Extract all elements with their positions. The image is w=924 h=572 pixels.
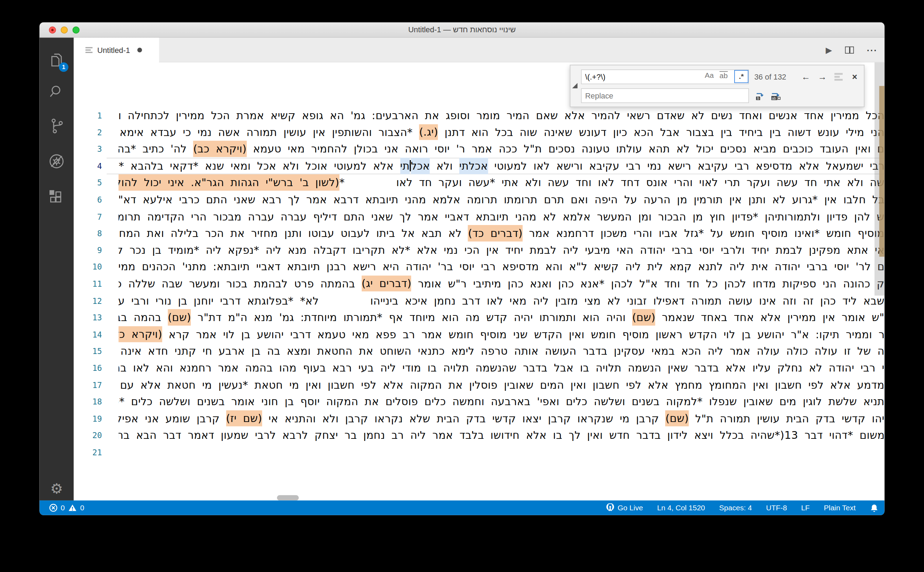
explorer-badge: 1 [59,62,69,72]
line-number: 1 [74,107,102,124]
previous-match-icon[interactable]: ← [802,69,810,84]
error-count: 0 [61,504,65,512]
find-results-count: 36 of 132 [754,69,786,84]
line-number: 3 [74,141,102,158]
broadcast-icon [606,503,615,512]
line-number: 21 [74,444,102,460]
sidebar-item-search[interactable] [40,79,74,105]
code-line[interactable]: שה ולא אתי חד עשה ועקר תרי לאוי והרי אונ… [118,174,885,191]
line-number: 6 [74,191,102,208]
activity-bar: 1 [40,38,74,500]
match-case-icon[interactable]: Aa [705,71,714,79]
more-actions-icon[interactable]: ··· [867,45,877,55]
code-line[interactable]: ם ואין העובד כוכבים מביא נסכים יכול לא ת… [118,141,885,158]
code-line[interactable]: יהו קדשי בדק הבית עושין תמורה ת"ל (שם) ק… [118,410,885,427]
status-bar: 0 0 Go Live Ln 4, Col 1520 [40,500,885,515]
replace-input[interactable] [581,88,749,103]
editor-lines: הכל ממירין אחד אנשים ואחד נשים לא שאדם ר… [118,107,885,461]
code-line[interactable]: שבא ליד כהן זה וזה אינו עושה תמורה דאפיל… [118,292,885,309]
tab-untitled-1[interactable]: Untitled-1 [74,38,159,63]
line-number-gutter: 123456789101112131415161718192021 [74,107,102,461]
line-number: 14 [74,326,102,343]
search-icon [48,83,65,101]
line-number: 7 [74,208,102,225]
extensions-icon [48,189,65,207]
encoding-status[interactable]: UTF-8 [766,504,787,512]
code-line[interactable]: ם לר' יוסי ברבי יהודה אית ליה לתנא קמא ל… [118,259,885,275]
line-number: 17 [74,376,102,393]
code-line[interactable]: מדמע אלא לפי חשבון ואין המחומץ מחמץ אלא … [118,376,885,393]
line-number: 5 [74,174,102,191]
code-line[interactable]: בל חלבו אין *גרוע לא ותנן אין תורמין מן … [118,191,885,208]
traffic-lights [49,26,79,34]
code-line[interactable] [118,444,885,460]
line-number: 16 [74,360,102,376]
line-number: 15 [74,343,102,360]
modified-indicator[interactable] [137,48,142,52]
editor-actions: ▶ ··· [826,38,877,63]
code-line[interactable]: הני מילי עונש דשוה בין ביחיד בין בצבור א… [118,124,885,141]
eol-status[interactable]: LF [801,504,810,512]
code-line[interactable]: משום *דהוי דבר 13(*שהיה בכלל ויצא לידון … [118,427,885,444]
run-button[interactable]: ▶ [826,45,832,55]
code-line[interactable]: מוסיף חומש *ואינו מוסיף חומש על *גזל אבי… [118,225,885,242]
sidebar-item-source-control[interactable] [40,113,74,139]
notifications-bell-icon[interactable] [869,503,879,512]
line-number: 8 [74,225,102,242]
minimize-window-button[interactable] [61,26,68,34]
editor[interactable]: 123456789101112131415161718192021 הכל ממ… [74,62,884,500]
replace-icon[interactable]: b [754,90,766,102]
file-icon [86,47,93,53]
go-live-button[interactable]: Go Live [606,503,643,512]
line-number: 10 [74,259,102,275]
toggle-replace-icon[interactable] [572,83,577,88]
code-line[interactable]: ק כהונה הני ספיקות מדחו לכהן כל חד וחד א… [118,275,885,292]
close-find-icon[interactable]: × [852,69,857,84]
whole-word-icon[interactable]: ab [720,71,728,80]
code-line[interactable]: ש להן פדיון ולתמורותיהן *פדיון חוץ מן הב… [118,208,885,225]
code-line[interactable]: תניא שלשת לוגין מים שאובין שנפלו *למקוה … [118,393,885,410]
sidebar-item-debug[interactable] [40,148,74,174]
line-number: 20 [74,427,102,444]
code-line[interactable]: י רבי יהודה לא נחלק עליו אלא בדבר שאין ה… [118,360,885,376]
line-number: 9 [74,242,102,259]
code-line[interactable]: "ש אומר אין ממירין אלא אחד באחד שנאמר (ש… [118,309,885,326]
code-line[interactable]: רבי ישמעאל אלא מדסיפא רבי עקיבא רישא נמי… [118,158,885,174]
regex-icon[interactable]: .* [734,70,748,83]
line-number: 4 [74,158,102,174]
error-icon [49,503,58,512]
vscode-window: Untitled-1 — שינויי נוסחאות חדש 1 [40,22,885,515]
language-mode-status[interactable]: Plain Text [824,504,855,512]
tab-label: Untitled-1 [97,45,130,54]
debug-icon [47,152,66,171]
replace-all-icon[interactable]: ab [770,90,782,102]
line-number: 19 [74,410,102,427]
screen: Untitled-1 — שינויי נוסחאות חדש 1 [0,0,924,572]
vertical-scrollbar[interactable] [874,62,885,295]
tab-bar: Untitled-1 ▶ ··· [74,38,884,63]
split-editor-icon[interactable] [845,47,854,54]
horizontal-scrollbar[interactable] [277,495,299,500]
title-bar: Untitled-1 — שינויי נוסחאות חדש [40,22,885,38]
code-line[interactable]: הכל ממירין אחד אנשים ואחד נשים לא שאדם ר… [118,107,885,124]
zoom-window-button[interactable] [73,26,79,34]
source-control-icon [48,117,65,135]
sidebar-item-extensions[interactable] [40,185,74,211]
indentation-status[interactable]: Spaces: 4 [719,504,752,512]
problems-status[interactable]: 0 0 [49,503,84,512]
line-number: 13 [74,309,102,326]
sidebar-item-explorer[interactable]: 1 [40,47,74,73]
close-window-button[interactable] [49,26,56,34]
find-in-selection-icon[interactable] [835,73,843,88]
settings-gear-icon[interactable]: ⚙ [40,480,74,497]
cursor-position-status[interactable]: Ln 4, Col 1520 [657,504,705,512]
line-number: 12 [74,292,102,309]
code-line[interactable]: ה של זו עולה כולה עולה אמר ליה הכא במאי … [118,343,885,360]
next-match-icon[interactable]: → [818,69,827,84]
window-title: Untitled-1 — שינויי נוסחאות חדש [408,25,516,34]
code-line[interactable]: ר וממיר תיקו: א"ר יהושע בן לוי הקדש ראשו… [118,326,885,343]
code-line[interactable]: אי אתא מפקינן לבמת יחיד ולרבי יוסי ברבי … [118,242,885,259]
line-number: 18 [74,393,102,410]
find-widget: Aa ab .* 36 of 132 ← → × b ab [570,65,864,107]
warning-count: 0 [80,504,84,512]
